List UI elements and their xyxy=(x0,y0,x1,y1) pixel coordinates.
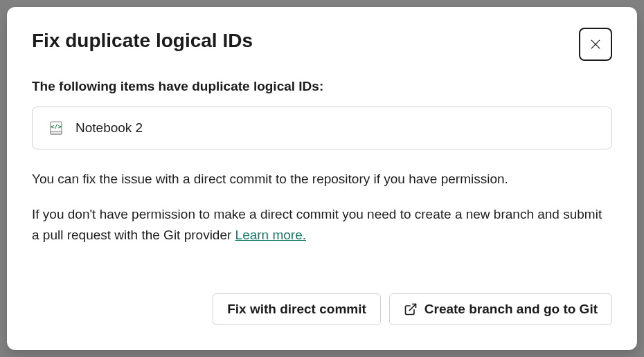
dialog-title: Fix duplicate logical IDs xyxy=(32,29,253,53)
dialog-header: Fix duplicate logical IDs xyxy=(32,29,612,61)
dialog-footer: Fix with direct commit Create branch and… xyxy=(32,293,612,325)
body-text-branch: If you don't have permission to make a d… xyxy=(32,204,612,245)
notebook-icon: </> xyxy=(48,120,64,136)
svg-text:</>: </> xyxy=(51,123,62,130)
fix-button-label: Fix with direct commit xyxy=(227,302,366,317)
body-text-branch-prefix: If you don't have permission to make a d… xyxy=(32,207,602,241)
close-button[interactable] xyxy=(579,28,612,61)
create-button-label: Create branch and go to Git xyxy=(424,302,598,317)
item-label: Notebook 2 xyxy=(75,120,143,136)
close-icon xyxy=(589,37,602,51)
learn-more-link[interactable]: Learn more. xyxy=(235,228,306,242)
body-text-permission: You can fix the issue with a direct comm… xyxy=(32,169,612,189)
dialog: Fix duplicate logical IDs The following … xyxy=(7,7,637,350)
dialog-subtitle: The following items have duplicate logic… xyxy=(32,79,612,94)
create-branch-button[interactable]: Create branch and go to Git xyxy=(389,293,612,325)
fix-direct-commit-button[interactable]: Fix with direct commit xyxy=(213,293,381,325)
svg-line-5 xyxy=(409,304,415,311)
external-link-icon xyxy=(404,302,418,316)
duplicate-item-card: </> Notebook 2 xyxy=(32,107,612,149)
svg-rect-3 xyxy=(51,131,62,134)
